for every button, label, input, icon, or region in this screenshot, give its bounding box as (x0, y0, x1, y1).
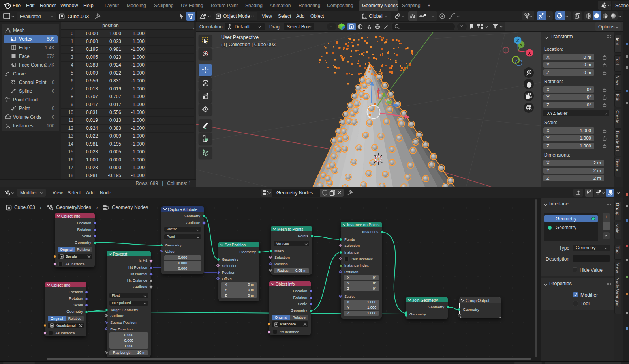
svg-text:Z: Z (516, 38, 519, 43)
svg-text:Y: Y (520, 43, 523, 47)
